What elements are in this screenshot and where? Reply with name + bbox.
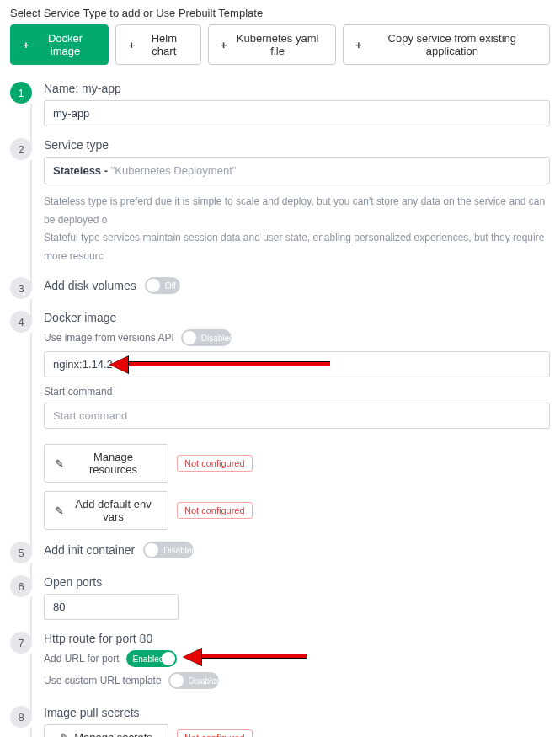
start-command-input[interactable] [44,403,550,429]
name-input[interactable] [44,100,550,126]
pencil-icon [55,505,64,517]
step-title: Name: my-app [44,82,550,95]
step-7-http-route: 7 Http route for port 80 Add URL for por… [10,632,550,706]
toggle-knob [183,331,196,344]
pencil-icon [55,457,64,470]
versions-api-toggle[interactable]: Disabled [181,329,232,346]
step-connector [30,654,32,718]
manage-resources-button[interactable]: Manage resources [44,444,168,483]
step-title: Add disk volumes Off [44,277,550,294]
plus-icon [128,39,135,51]
manage-secrets-button[interactable]: Manage secrets [44,724,168,737]
step-2-service-type: 2 Service type Stateless - "Kubernetes D… [10,138,550,277]
toggle-label: Disabled [189,676,221,686]
step-title: Service type [44,138,550,152]
btn-label: Add default env vars [69,498,157,523]
service-type-select[interactable]: Stateless - "Kubernetes Deployment" [44,157,550,184]
add-url-row: Add URL for port Enabled [44,650,550,667]
step-5-init-container: 5 Add init container Disabled [10,542,550,575]
step-4-docker-image: 4 Docker image Use image from versions A… [10,311,550,542]
step-1-name: 1 Name: my-app [10,82,550,138]
step-connector [30,333,32,553]
toggle-label: Disabled [201,334,234,343]
start-command-label: Start command [44,386,550,398]
step-number: 5 [10,542,32,563]
api-toggle-row: Use image from versions API Disabled [44,329,550,346]
toggle-label: Disabled [163,546,196,555]
tab-label: Copy service from existing application [367,32,537,57]
disk-volumes-toggle[interactable]: Off [145,277,180,294]
step-number: 8 [10,706,32,728]
custom-url-toggle[interactable]: Disabled [168,672,219,689]
secrets-row: Manage secrets Not configured [44,724,550,737]
step-number: 2 [10,138,32,160]
step-title: Open ports [44,575,550,589]
step-connector [30,160,32,289]
plus-icon [221,39,227,51]
plus-icon [355,39,362,51]
sub-label: Use image from versions API [44,332,174,344]
sub-label: Use custom URL template [44,675,162,686]
toggle-label: Off [165,281,176,291]
title-text: Add disk volumes [44,279,136,292]
step-number: 4 [10,311,32,333]
tab-helm-chart[interactable]: Helm chart [115,24,200,65]
header-text: Select Service Type to add or Use Prebui… [0,0,560,24]
step-6-open-ports: 6 Open ports [10,575,550,632]
step-number: 7 [10,632,32,654]
pencil-icon [60,731,69,737]
tab-label: Helm chart [140,32,189,57]
tab-docker-image[interactable]: Docker image [10,24,109,65]
resources-row: Manage resources Not configured [44,444,550,483]
step-title: Http route for port 80 [44,632,550,645]
tab-label: Kubernetes yaml file [232,32,323,57]
select-value: "Kubernetes Deployment" [111,164,237,177]
desc-line: Stateless type is preferd due it is simp… [44,193,550,229]
port-input[interactable] [44,594,179,620]
toggle-knob [162,652,175,665]
not-configured-badge: Not configured [177,729,253,737]
plus-icon [23,39,29,51]
tab-kubernetes-yaml[interactable]: Kubernetes yaml file [208,24,336,65]
step-number: 3 [10,277,32,299]
tab-copy-service[interactable]: Copy service from existing application [343,24,550,65]
steps-container: 1 Name: my-app 2 Service type Stateless … [0,73,560,737]
toggle-label: Enabled [133,654,164,664]
toggle-knob [147,279,160,292]
add-url-toggle[interactable]: Enabled [126,650,177,667]
custom-url-row: Use custom URL template Disabled [44,672,550,689]
step-number: 1 [10,82,32,104]
toggle-knob [170,674,184,687]
step-title: Image pull secrets [44,706,550,719]
step-number: 6 [10,575,32,597]
step-title: Add init container Disabled [44,542,550,558]
title-text: Add init container [44,543,135,557]
btn-label: Manage resources [69,451,157,476]
not-configured-badge: Not configured [177,502,253,519]
not-configured-badge: Not configured [177,455,253,472]
init-container-toggle[interactable]: Disabled [143,542,194,558]
step-8-image-pull-secrets: 8 Image pull secrets Manage secrets Not … [10,706,550,737]
env-vars-row: Add default env vars Not configured [44,491,550,530]
step-title: Docker image [44,311,550,324]
add-env-vars-button[interactable]: Add default env vars [44,491,168,530]
btn-label: Manage secrets [74,731,152,737]
tab-label: Docker image [35,32,97,57]
desc-line: Stateful type services maintain session … [44,229,550,265]
service-type-description: Stateless type is preferd due it is simp… [44,193,550,265]
sub-label: Add URL for port [44,653,120,665]
step-3-disk-volumes: 3 Add disk volumes Off [10,277,550,311]
service-type-tabs: Docker image Helm chart Kubernetes yaml … [0,24,560,73]
select-prefix: Stateless - [53,164,111,177]
step-connector [30,728,32,737]
toggle-knob [145,543,158,557]
